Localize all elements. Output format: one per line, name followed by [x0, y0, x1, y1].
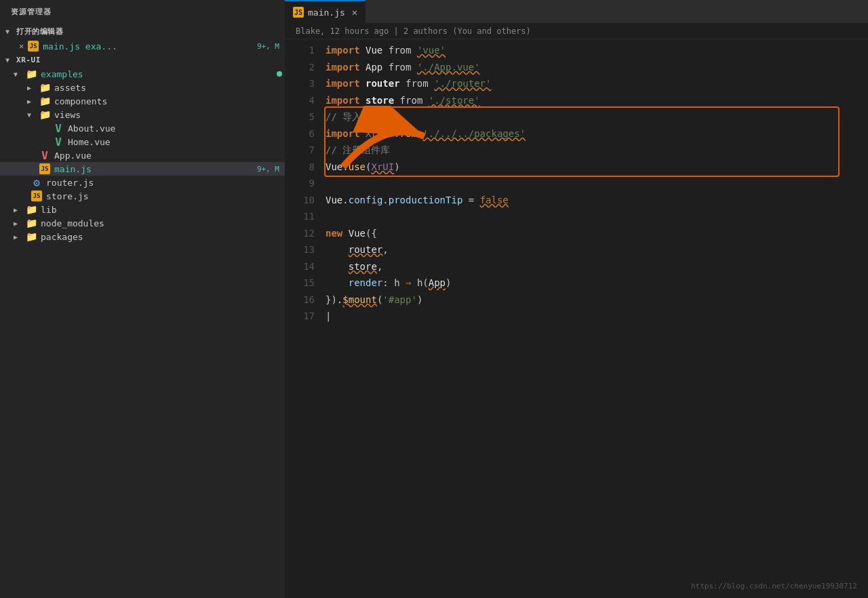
sidebar-title: 资源管理器 — [0, 0, 285, 24]
open-editors-section[interactable]: ▼ 打开的编辑器 — [0, 24, 285, 39]
lib-arrow: ▶ — [14, 206, 24, 214]
views-arrow: ▼ — [27, 111, 38, 119]
folder-node-modules[interactable]: ▶ 📁 node_modules — [0, 216, 285, 230]
nodemodules-folder-icon: 📁 — [24, 218, 38, 228]
nodemodules-arrow: ▶ — [14, 220, 24, 227]
js-file-icon: JS — [26, 41, 40, 52]
folder-views[interactable]: ▼ 📁 views — [0, 108, 285, 121]
app-label: App.vue — [54, 151, 285, 161]
examples-dot — [277, 71, 282, 77]
views-folder-icon: 📁 — [38, 109, 52, 120]
sidebar: 资源管理器 ▼ 打开的编辑器 ✕ JS main.js exa... 9+, M… — [0, 0, 285, 598]
open-file-mainjs[interactable]: ✕ JS main.js exa... 9+, M — [0, 39, 285, 53]
open-file-name: main.js exa... — [43, 41, 257, 52]
code-line-2: import App from './App.vue' — [323, 59, 868, 76]
store-js-icon: JS — [30, 191, 43, 201]
mainjs-badge: 9+, M — [257, 165, 279, 174]
assets-folder-icon: 📁 — [38, 82, 52, 93]
folder-packages[interactable]: ▶ 📁 packages — [0, 230, 285, 243]
examples-folder-icon: 📁 — [24, 68, 38, 79]
code-line-4: import store from './store' — [323, 92, 868, 109]
assets-label: assets — [54, 83, 285, 93]
project-name: XR-UI — [16, 56, 41, 64]
views-label: views — [54, 110, 285, 120]
store-label: store.js — [46, 191, 285, 201]
code-line-7: // 注册组件库 — [323, 142, 868, 159]
examples-label: examples — [41, 69, 277, 79]
app-vue-icon: V — [38, 150, 52, 161]
packages-label: packages — [41, 232, 285, 242]
open-editors-label: 打开的编辑器 — [16, 26, 63, 37]
code-line-15: render: h ⇒ h(App) — [323, 275, 868, 292]
code-line-13: router, — [323, 241, 868, 258]
nodemodules-label: node_modules — [41, 218, 285, 228]
mainjs-icon: JS — [38, 163, 52, 174]
code-line-3: import router from './router' — [323, 75, 868, 92]
code-line-9 — [323, 175, 868, 192]
folder-assets[interactable]: ▶ 📁 assets — [0, 81, 285, 94]
code-line-14: store, — [323, 258, 868, 275]
about-vue-icon: V — [52, 123, 65, 134]
file-app-vue[interactable]: ▶ V App.vue — [0, 148, 285, 162]
file-about-vue[interactable]: ▶ V About.vue — [0, 121, 285, 135]
code-line-1: import Vue from 'vue' — [323, 42, 868, 59]
folder-examples[interactable]: ▼ 📁 examples — [0, 67, 285, 81]
examples-arrow: ▼ — [14, 71, 24, 78]
close-icon[interactable]: ✕ — [19, 41, 24, 51]
router-label: router.js — [46, 178, 285, 188]
code-content: import Vue from 'vue' import App from '.… — [323, 39, 868, 598]
line-numbers: 1 2 3 4 5 6 7 8 9 10 11 12 13 14 15 16 1… — [285, 39, 323, 598]
git-blame: Blake, 12 hours ago | 2 authors (You and… — [285, 24, 868, 39]
editor: JS main.js ✕ Blake, 12 hours ago | 2 aut… — [285, 0, 868, 598]
folder-components[interactable]: ▶ 📁 components — [0, 94, 285, 108]
mainjs-label: main.js — [54, 164, 257, 174]
home-label: Home.vue — [68, 137, 285, 147]
project-section[interactable]: ▼ XR-UI — [0, 53, 285, 67]
components-label: components — [54, 96, 285, 106]
file-router-js[interactable]: ▶ ⚙ router.js — [0, 176, 285, 189]
file-main-js[interactable]: ▶ JS main.js 9+, M — [0, 162, 285, 176]
assets-arrow: ▶ — [27, 84, 38, 92]
tab-close-icon[interactable]: ✕ — [352, 7, 357, 18]
code-line-12: new Vue({ — [323, 225, 868, 242]
code-line-8: Vue.use(XrUI) — [323, 159, 868, 176]
code-line-10: Vue.config.productionTip = false — [323, 192, 868, 209]
code-line-6: import XrUI from './../../packages' — [323, 125, 868, 142]
project-arrow: ▼ — [5, 56, 16, 64]
file-store-js[interactable]: ▶ JS store.js — [0, 189, 285, 203]
open-editors-arrow: ▼ — [5, 28, 16, 35]
components-folder-icon: 📁 — [38, 96, 52, 106]
watermark: https://blog.csdn.net/chenyue19930712 — [691, 580, 857, 593]
code-line-5: // 导入组件库 — [323, 108, 868, 125]
packages-folder-icon: 📁 — [24, 231, 38, 242]
home-vue-icon: V — [52, 136, 65, 147]
tab-name: main.js — [308, 7, 345, 18]
code-line-17: | — [323, 308, 868, 325]
tab-mainjs[interactable]: JS main.js ✕ — [285, 0, 366, 23]
components-arrow: ▶ — [27, 98, 38, 105]
code-line-11 — [323, 208, 868, 225]
folder-lib[interactable]: ▶ 📁 lib — [0, 203, 285, 216]
open-file-badge: 9+, M — [257, 42, 279, 51]
lib-folder-icon: 📁 — [24, 204, 38, 215]
file-home-vue[interactable]: ▶ V Home.vue — [0, 135, 285, 148]
packages-arrow: ▶ — [14, 233, 24, 241]
lib-label: lib — [41, 205, 285, 215]
router-icon: ⚙ — [30, 177, 43, 188]
tab-bar: JS main.js ✕ — [285, 0, 868, 24]
about-label: About.vue — [68, 123, 285, 134]
tab-js-icon: JS — [293, 7, 304, 18]
code-line-16: }).$mount('#app') — [323, 292, 868, 308]
code-area[interactable]: 1 2 3 4 5 6 7 8 9 10 11 12 13 14 15 16 1… — [285, 39, 868, 598]
